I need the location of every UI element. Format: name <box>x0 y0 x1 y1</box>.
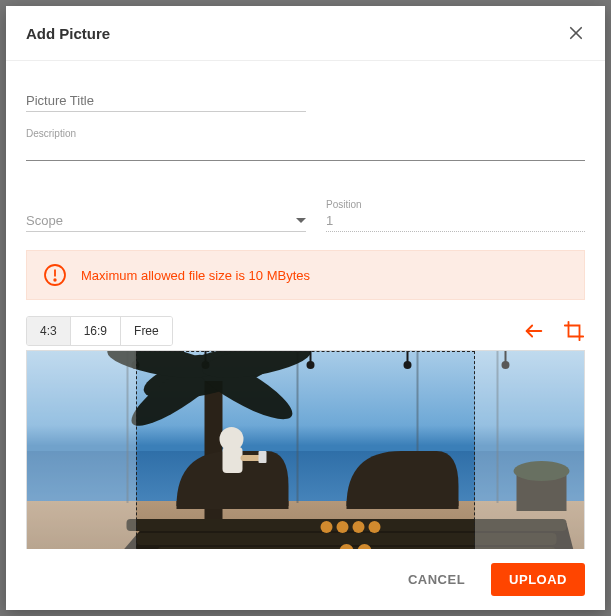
ratio-free-button[interactable]: Free <box>121 317 172 345</box>
file-size-alert: Maximum allowed file size is 10 MBytes <box>26 250 585 300</box>
svg-point-4 <box>54 279 56 281</box>
scope-field: Scope <box>26 209 306 232</box>
svg-rect-29 <box>177 501 289 509</box>
svg-rect-30 <box>347 501 459 509</box>
scope-label: Scope <box>26 213 63 228</box>
svg-rect-34 <box>259 451 267 463</box>
dialog-footer: CANCEL UPLOAD <box>6 549 605 610</box>
chevron-down-icon <box>296 216 306 226</box>
ratio-4-3-button[interactable]: 4:3 <box>27 317 71 345</box>
crop-dimmer-right <box>475 351 584 549</box>
svg-rect-32 <box>223 447 243 473</box>
warning-icon <box>43 263 67 287</box>
upload-button[interactable]: UPLOAD <box>491 563 585 596</box>
close-button[interactable] <box>567 24 585 42</box>
svg-point-42 <box>353 521 365 533</box>
svg-point-43 <box>369 521 381 533</box>
svg-rect-10 <box>297 351 299 503</box>
description-input[interactable] <box>26 138 585 161</box>
svg-point-40 <box>321 521 333 533</box>
position-field: Position <box>326 209 585 232</box>
picture-title-field <box>26 89 306 112</box>
crop-button[interactable] <box>563 320 585 342</box>
alert-message: Maximum allowed file size is 10 MBytes <box>81 268 310 283</box>
scope-select[interactable]: Scope <box>26 209 306 232</box>
dialog-header: Add Picture <box>6 6 605 61</box>
dialog-title: Add Picture <box>26 25 110 42</box>
picture-title-input[interactable] <box>26 89 306 112</box>
close-icon <box>567 24 585 42</box>
crop-icon <box>563 320 585 342</box>
position-input <box>326 209 585 232</box>
svg-point-41 <box>337 521 349 533</box>
crop-dimmer-left <box>27 351 136 549</box>
arrow-left-icon <box>523 320 545 342</box>
image-preview[interactable] <box>26 350 585 549</box>
add-picture-dialog: Add Picture Description Scope <box>6 6 605 610</box>
svg-point-20 <box>404 361 412 369</box>
svg-point-18 <box>307 361 315 369</box>
description-field: Description <box>26 138 585 161</box>
cancel-button[interactable]: CANCEL <box>390 563 483 596</box>
ratio-16-9-button[interactable]: 16:9 <box>71 317 121 345</box>
aspect-ratio-group: 4:3 16:9 Free <box>26 316 173 346</box>
undo-button[interactable] <box>523 320 545 342</box>
